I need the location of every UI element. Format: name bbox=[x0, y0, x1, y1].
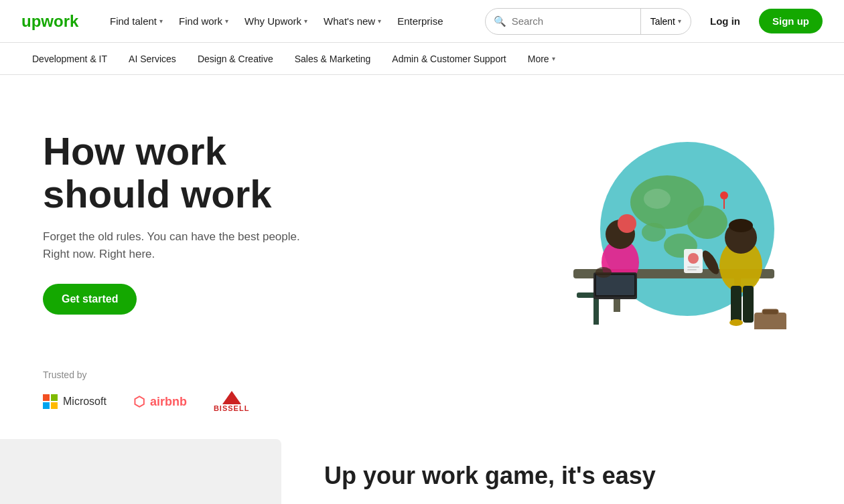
nav-find-work[interactable]: Find work ▾ bbox=[172, 10, 235, 32]
chevron-down-icon: ▾ bbox=[678, 17, 681, 25]
subnav-sales-marketing[interactable]: Sales & Marketing bbox=[284, 46, 382, 72]
airbnb-icon: ⬡ bbox=[133, 394, 145, 410]
svg-rect-23 bbox=[731, 286, 742, 323]
nav-find-talent[interactable]: Find talent ▾ bbox=[103, 10, 169, 32]
nav-enterprise[interactable]: Enterprise bbox=[391, 10, 449, 32]
signup-button[interactable]: Sign up bbox=[759, 9, 823, 33]
svg-text:upwork: upwork bbox=[21, 12, 79, 30]
bottom-left-placeholder bbox=[0, 439, 281, 504]
trusted-section: Trusted by Microsoft ⬡ airbnb Bissell bbox=[0, 356, 844, 439]
chevron-down-icon: ▾ bbox=[378, 17, 381, 25]
svg-point-21 bbox=[595, 267, 612, 278]
header: upwork Find talent ▾ Find work ▾ Why Upw… bbox=[0, 0, 844, 43]
svg-point-30 bbox=[688, 253, 699, 264]
chevron-down-icon: ▾ bbox=[304, 17, 307, 25]
svg-point-7 bbox=[720, 191, 728, 199]
get-started-button[interactable]: Get started bbox=[43, 284, 137, 315]
bissell-icon: Bissell bbox=[214, 391, 249, 412]
hero-illustration bbox=[480, 115, 801, 329]
bissell-logo: Bissell bbox=[214, 391, 249, 412]
chevron-down-icon: ▾ bbox=[225, 17, 228, 25]
svg-point-3 bbox=[687, 205, 727, 239]
trusted-logos: Microsoft ⬡ airbnb Bissell bbox=[43, 391, 801, 412]
search-icon: 🔍 bbox=[494, 15, 506, 27]
svg-point-5 bbox=[642, 223, 666, 242]
hero-title: How work should work bbox=[43, 130, 480, 216]
bottom-section: Up your work game, it's easy bbox=[0, 439, 844, 504]
login-button[interactable]: Log in bbox=[699, 10, 751, 32]
hero-content: How work should work Forget the old rule… bbox=[43, 130, 480, 315]
chevron-down-icon: ▾ bbox=[159, 17, 163, 25]
svg-rect-34 bbox=[754, 313, 786, 329]
nav-whats-new[interactable]: What's new ▾ bbox=[317, 10, 388, 32]
svg-rect-32 bbox=[687, 269, 697, 270]
subnav-admin-support[interactable]: Admin & Customer Support bbox=[381, 46, 516, 72]
subnav-development-it[interactable]: Development & IT bbox=[21, 46, 118, 72]
svg-rect-13 bbox=[593, 298, 599, 325]
search-bar[interactable]: 🔍 Talent ▾ bbox=[485, 8, 691, 35]
bottom-title: Up your work game, it's easy bbox=[324, 462, 801, 490]
talent-dropdown[interactable]: Talent ▾ bbox=[640, 8, 691, 35]
svg-rect-24 bbox=[743, 286, 754, 323]
subnav-ai-services[interactable]: AI Services bbox=[118, 46, 187, 72]
nav-why-upwork[interactable]: Why Upwork ▾ bbox=[238, 10, 314, 32]
header-right: 🔍 Talent ▾ Log in Sign up bbox=[485, 8, 823, 35]
main-nav: Find talent ▾ Find work ▾ Why Upwork ▾ W… bbox=[103, 10, 469, 32]
bottom-right-content: Up your work game, it's easy bbox=[281, 440, 844, 504]
upwork-logo[interactable]: upwork bbox=[21, 12, 82, 31]
svg-rect-20 bbox=[596, 275, 634, 295]
svg-point-27 bbox=[729, 219, 753, 232]
microsoft-logo: Microsoft bbox=[43, 394, 107, 409]
chevron-down-icon: ▾ bbox=[552, 55, 555, 62]
svg-point-25 bbox=[729, 319, 743, 326]
microsoft-icon bbox=[43, 394, 58, 409]
trusted-label: Trusted by bbox=[43, 369, 801, 380]
svg-rect-31 bbox=[687, 266, 699, 268]
airbnb-logo: ⬡ airbnb bbox=[133, 394, 187, 410]
hero-section: How work should work Forget the old rule… bbox=[0, 75, 844, 356]
sub-nav: Development & IT AI Services Design & Cr… bbox=[0, 43, 844, 75]
subnav-design-creative[interactable]: Design & Creative bbox=[187, 46, 284, 72]
hero-subtitle: Forget the old rules. You can have the b… bbox=[43, 228, 480, 262]
svg-point-17 bbox=[618, 214, 636, 233]
subnav-more[interactable]: More ▾ bbox=[517, 46, 566, 72]
svg-point-6 bbox=[644, 189, 671, 209]
search-input[interactable] bbox=[512, 15, 632, 27]
svg-rect-35 bbox=[762, 309, 778, 315]
